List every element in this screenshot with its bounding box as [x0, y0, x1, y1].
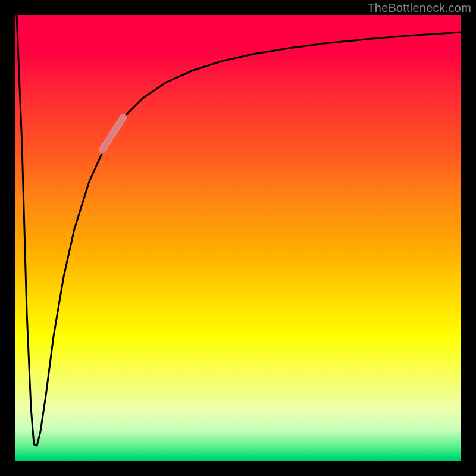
plot-area [15, 15, 461, 461]
chart-container: TheBottleneck.com [0, 0, 476, 476]
highlight-segment-core [102, 117, 123, 150]
bottleneck-curve [17, 15, 461, 446]
watermark-text: TheBottleneck.com [367, 1, 471, 15]
curve-svg [15, 15, 461, 461]
